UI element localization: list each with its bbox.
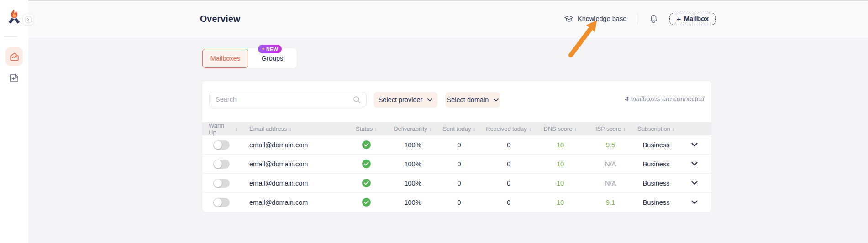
toggle-knob	[214, 179, 222, 187]
sort-arrow-icon: ↓	[429, 126, 432, 132]
warmup-toggle[interactable]	[213, 160, 230, 169]
sent-today-cell: 0	[435, 180, 483, 187]
plus-icon: +	[677, 15, 681, 23]
received-today-cell: 0	[483, 180, 534, 187]
status-cell	[342, 198, 390, 207]
status-cell	[342, 160, 390, 168]
email-cell: email@domain.com	[237, 180, 342, 187]
warmup-toggle[interactable]	[213, 179, 230, 188]
file-plus-icon	[8, 72, 20, 84]
table-row: email@domain.com100%0010N/ABusiness	[202, 155, 711, 174]
column-header-warm-up[interactable]: Warm Up↓	[202, 122, 237, 135]
row-expand-chevron-icon[interactable]	[688, 196, 701, 209]
home-trend-icon	[9, 52, 20, 62]
sidebar-item-new-document[interactable]	[7, 71, 21, 85]
new-badge-label: NEW	[266, 47, 278, 52]
deliverability-cell: 100%	[390, 180, 435, 187]
column-header-label: Received today	[486, 125, 527, 132]
column-header-deliverability[interactable]: Deliverability↓	[390, 122, 435, 135]
mailbox-count-summary: 4mailboxes are connected	[625, 95, 704, 103]
isp-score-cell: 9.5	[586, 141, 635, 149]
dns-score-cell: 10	[534, 180, 586, 187]
subscription-label: Business	[643, 141, 670, 149]
toggle-knob	[214, 141, 222, 149]
flame-campfire-logo[interactable]	[5, 7, 23, 26]
new-badge: ✦ NEW	[258, 45, 282, 53]
warmup-cell	[202, 198, 237, 207]
check-circle-icon	[362, 198, 371, 207]
dns-score-cell: 10	[534, 160, 586, 168]
warmup-toggle[interactable]	[213, 140, 230, 150]
sent-today-cell: 0	[435, 199, 483, 206]
column-header-sent-today[interactable]: Sent today↓	[435, 122, 483, 135]
sort-arrow-icon: ↓	[529, 126, 531, 132]
table-header-row: Warm Up↓Email address↓Status↓Deliverabil…	[202, 122, 711, 135]
sort-arrow-icon: ↓	[374, 126, 377, 132]
graduation-cap-icon	[564, 15, 573, 23]
app-window: Overview Knowledge base + Mailbox	[0, 0, 868, 243]
select-domain-dropdown[interactable]: Select domain	[445, 92, 500, 108]
status-cell	[342, 179, 390, 187]
column-header-email-address[interactable]: Email address↓	[237, 122, 342, 135]
table-row: email@domain.com100%00109.1Business	[202, 193, 711, 212]
column-header-status[interactable]: Status↓	[342, 122, 390, 135]
warmup-cell	[202, 160, 237, 169]
check-circle-icon	[362, 179, 371, 187]
column-header-dns-score[interactable]: DNS score↓	[534, 122, 586, 135]
expand-cell	[678, 196, 711, 209]
expand-cell	[678, 139, 711, 151]
column-header-label: Subscription	[637, 125, 670, 132]
select-provider-label: Select provider	[379, 96, 423, 103]
deliverability-cell: 100%	[390, 160, 435, 168]
isp-score-cell: N/A	[586, 180, 635, 187]
sort-arrow-icon: ↓	[289, 126, 291, 132]
notifications-bell-icon[interactable]	[648, 13, 659, 24]
dns-score-cell: 10	[534, 199, 586, 206]
row-expand-chevron-icon[interactable]	[688, 158, 701, 171]
sparkle-icon: ✦	[262, 47, 265, 51]
warmup-toggle[interactable]	[213, 198, 230, 207]
column-header-label: Email address	[249, 125, 287, 132]
row-expand-chevron-icon[interactable]	[688, 139, 701, 151]
sidebar-item-overview[interactable]	[5, 47, 23, 66]
top-bar	[28, 0, 868, 38]
sent-today-cell: 0	[435, 160, 483, 168]
column-header-label: Deliverability	[394, 125, 427, 132]
column-header-subscription[interactable]: Subscription↓	[635, 122, 678, 135]
check-circle-icon	[362, 160, 371, 168]
search-box	[209, 92, 367, 107]
add-mailbox-button[interactable]: + Mailbox	[669, 13, 716, 25]
column-header-label: Status	[356, 125, 373, 132]
tab-bar: Mailboxes Groups ✦ NEW	[202, 48, 297, 68]
check-circle-icon	[362, 140, 371, 149]
email-cell: email@domain.com	[237, 160, 342, 168]
sort-arrow-icon: ↓	[672, 126, 675, 132]
warmup-cell	[202, 179, 237, 188]
table-row: email@domain.com100%00109.5Business	[202, 135, 711, 155]
sidebar-collapse-button[interactable]	[22, 14, 34, 25]
table-body: email@domain.com100%00109.5Businessemail…	[202, 135, 711, 212]
header-divider	[637, 13, 637, 24]
add-mailbox-label: Mailbox	[684, 15, 709, 22]
subscription-label: Business	[643, 160, 670, 168]
sidebar-divider	[4, 36, 17, 37]
page-title: Overview	[200, 0, 240, 37]
mailboxes-card: Select provider Select domain 4mailboxes…	[202, 81, 711, 212]
column-header-isp-score[interactable]: ISP score↓	[586, 122, 635, 135]
tab-mailboxes[interactable]: Mailboxes	[202, 49, 248, 68]
toggle-knob	[214, 160, 222, 168]
email-cell: email@domain.com	[237, 141, 342, 149]
status-cell	[342, 140, 390, 149]
subscription-label: Business	[643, 180, 670, 187]
row-expand-chevron-icon[interactable]	[688, 177, 701, 190]
knowledge-base-label: Knowledge base	[578, 15, 626, 22]
knowledge-base-link[interactable]: Knowledge base	[564, 15, 626, 23]
search-input[interactable]	[210, 96, 350, 103]
select-provider-dropdown[interactable]: Select provider	[374, 92, 437, 108]
mailbox-count-text: mailboxes are connected	[631, 95, 704, 103]
column-header-received-today[interactable]: Received today↓	[483, 122, 534, 135]
table-row: email@domain.com100%0010N/ABusiness	[202, 174, 711, 193]
deliverability-cell: 100%	[390, 141, 435, 149]
isp-score-cell: 9.1	[586, 199, 635, 206]
column-header-label: Warm Up	[209, 122, 233, 136]
